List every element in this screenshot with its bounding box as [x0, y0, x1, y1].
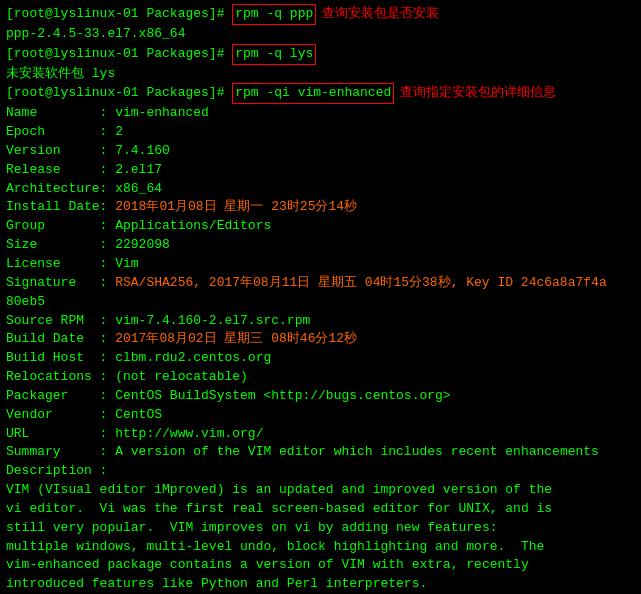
annotation-1: 查询安装包是否安装	[322, 5, 439, 24]
line-2: ppp-2.4.5-33.el7.x86_64	[6, 25, 635, 44]
field-epoch: Epoch : 2	[6, 123, 635, 142]
field-value-sig-cont: 80eb5	[6, 293, 45, 312]
field-label-epoch: Epoch : 2	[6, 123, 123, 142]
output-ppp: ppp-2.4.5-33.el7.x86_64	[6, 25, 185, 44]
field-packager: Packager : CentOS BuildSystem <http://bu…	[6, 387, 635, 406]
field-label-version: Version : 7.4.160	[6, 142, 170, 161]
field-label-buildhost: Build Host : clbm.rdu2.centos.org	[6, 349, 271, 368]
field-label-packager: Packager : CentOS BuildSystem <http://bu…	[6, 387, 451, 406]
line-4: 未安装软件包 lys	[6, 65, 635, 84]
line-5: [root@lyslinux-01 Packages]# rpm -qi vim…	[6, 83, 635, 104]
line-1: [root@lyslinux-01 Packages]# rpm -q ppp查…	[6, 4, 635, 25]
annotation-5: 查询指定安装包的详细信息	[400, 84, 556, 103]
field-label-url: URL : http://www.vim.org/	[6, 425, 263, 444]
field-label-description: Description :	[6, 462, 107, 481]
terminal: [root@lyslinux-01 Packages]# rpm -q ppp查…	[0, 0, 641, 594]
field-description-label: Description :	[6, 462, 635, 481]
cmd-lys: rpm -q lys	[232, 44, 316, 65]
field-arch: Architecture: x86_64	[6, 180, 635, 199]
field-version: Version : 7.4.160	[6, 142, 635, 161]
field-group: Group : Applications/Editors	[6, 217, 635, 236]
field-value-install: 2018年01月08日 星期一 23时25分14秒	[115, 198, 357, 217]
field-signature-cont: 80eb5	[6, 293, 635, 312]
line-3: [root@lyslinux-01 Packages]# rpm -q lys	[6, 44, 635, 65]
field-label-license: License : Vim	[6, 255, 139, 274]
cmd-vim: rpm -qi vim-enhanced	[232, 83, 394, 104]
field-label-group: Group : Applications/Editors	[6, 217, 271, 236]
field-install-date: Install Date: 2018年01月08日 星期一 23时25分14秒	[6, 198, 635, 217]
field-buildhost: Build Host : clbm.rdu2.centos.org	[6, 349, 635, 368]
output-lys: 未安装软件包 lys	[6, 65, 115, 84]
field-label-reloc: Relocations : (not relocatable)	[6, 368, 248, 387]
field-label-vendor: Vendor : CentOS	[6, 406, 162, 425]
description-text: VIM (VIsual editor iMproved) is an updat…	[6, 481, 635, 594]
field-reloc: Relocations : (not relocatable)	[6, 368, 635, 387]
field-value-sig: RSA/SHA256, 2017年08月11日 星期五 04时15分38秒, K…	[115, 274, 606, 293]
field-builddate: Build Date : 2017年08月02日 星期三 08时46分12秒	[6, 330, 635, 349]
field-sourcerpm: Source RPM : vim-7.4.160-2.el7.src.rpm	[6, 312, 635, 331]
field-label-sourcerpm: Source RPM : vim-7.4.160-2.el7.src.rpm	[6, 312, 310, 331]
field-vendor: Vendor : CentOS	[6, 406, 635, 425]
cmd-ppp: rpm -q ppp	[232, 4, 316, 25]
field-label-release: Release : 2.el17	[6, 161, 162, 180]
prompt-5: [root@lyslinux-01 Packages]#	[6, 84, 232, 103]
field-signature: Signature : RSA/SHA256, 2017年08月11日 星期五 …	[6, 274, 635, 293]
field-label-install: Install Date:	[6, 198, 115, 217]
field-url: URL : http://www.vim.org/	[6, 425, 635, 444]
prompt-1: [root@lyslinux-01 Packages]#	[6, 5, 232, 24]
field-label-arch: Architecture: x86_64	[6, 180, 162, 199]
field-value-builddate: 2017年08月02日 星期三 08时46分12秒	[115, 330, 357, 349]
field-name: Name : vim-enhanced	[6, 104, 635, 123]
field-label-builddate: Build Date :	[6, 330, 115, 349]
field-release: Release : 2.el17	[6, 161, 635, 180]
prompt-3: [root@lyslinux-01 Packages]#	[6, 45, 232, 64]
field-label-name: Name : vim-enhanced	[6, 104, 209, 123]
field-label-size: Size : 2292098	[6, 236, 170, 255]
field-license: License : Vim	[6, 255, 635, 274]
field-size: Size : 2292098	[6, 236, 635, 255]
field-label-sig: Signature :	[6, 274, 115, 293]
field-summary: Summary : A version of the VIM editor wh…	[6, 443, 635, 462]
field-label-summary: Summary : A version of the VIM editor wh…	[6, 443, 599, 462]
